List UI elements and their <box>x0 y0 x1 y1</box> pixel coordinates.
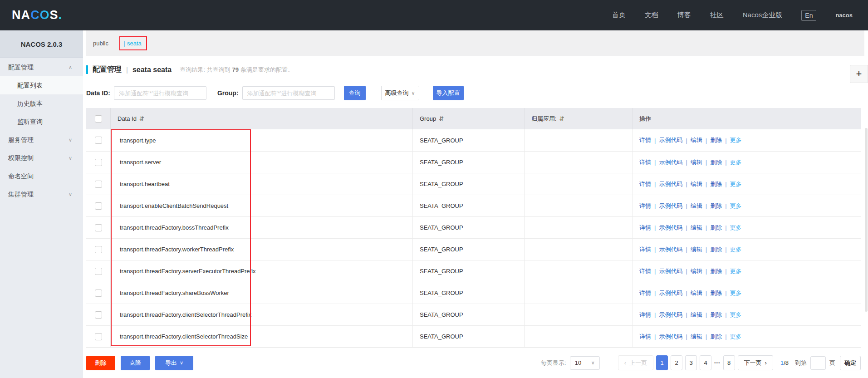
action-sample-code-link[interactable]: 示例代码 <box>659 202 682 210</box>
row-checkbox[interactable] <box>95 246 102 253</box>
action-sample-code-link[interactable]: 示例代码 <box>659 180 682 188</box>
data-id-input[interactable] <box>114 86 206 100</box>
sidebar-item-listener-query[interactable]: 监听查询 <box>0 113 83 131</box>
action-edit-link[interactable]: 编辑 <box>691 224 702 232</box>
action-sample-code-link[interactable]: 示例代码 <box>659 136 682 144</box>
action-sample-code-link[interactable]: 示例代码 <box>659 245 682 254</box>
goto-page-input[interactable] <box>810 356 826 370</box>
sidebar-item-config-list[interactable]: 配置列表 <box>0 76 83 94</box>
action-edit-link[interactable]: 编辑 <box>691 245 702 254</box>
action-delete-link[interactable]: 删除 <box>710 311 722 319</box>
sidebar-item-history[interactable]: 历史版本 <box>0 94 83 113</box>
action-details-link[interactable]: 详情 <box>639 289 651 297</box>
tab-namespace-seata[interactable]: | seata <box>124 40 142 47</box>
action-sample-code-link[interactable]: 示例代码 <box>659 267 682 275</box>
row-checkbox[interactable] <box>95 202 102 210</box>
action-details-link[interactable]: 详情 <box>639 311 651 319</box>
action-details-link[interactable]: 详情 <box>639 245 651 254</box>
action-delete-link[interactable]: 删除 <box>710 267 722 275</box>
action-delete-link[interactable]: 删除 <box>710 333 722 341</box>
sidebar-item-namespace[interactable]: 命名空间 <box>0 167 83 185</box>
sort-icon[interactable]: ⇵ <box>439 115 444 122</box>
action-delete-link[interactable]: 删除 <box>710 180 722 188</box>
action-edit-link[interactable]: 编辑 <box>691 202 702 210</box>
row-checkbox[interactable] <box>95 311 102 319</box>
sidebar-item-service-management[interactable]: 服务管理 ∨ <box>0 131 83 149</box>
action-more-link[interactable]: 更多 <box>730 202 742 210</box>
action-details-link[interactable]: 详情 <box>639 267 651 275</box>
import-config-button[interactable]: 导入配置 <box>433 86 464 100</box>
action-sample-code-link[interactable]: 示例代码 <box>659 333 682 341</box>
nav-item-community[interactable]: 社区 <box>710 11 724 20</box>
action-more-link[interactable]: 更多 <box>730 289 742 297</box>
action-details-link[interactable]: 详情 <box>639 136 651 144</box>
action-delete-link[interactable]: 删除 <box>710 202 722 210</box>
sort-icon[interactable]: ⇵ <box>139 115 144 122</box>
nav-item-home[interactable]: 首页 <box>612 11 626 20</box>
language-toggle[interactable]: En <box>801 10 816 21</box>
next-page-button[interactable]: 下一页› <box>738 355 773 370</box>
add-config-button[interactable]: + <box>850 65 868 83</box>
sort-icon[interactable]: ⇵ <box>559 115 564 122</box>
advanced-query-button[interactable]: 高级查询∨ <box>381 86 419 100</box>
page-size-select[interactable]: 10∨ <box>570 356 600 370</box>
scrollbar-thumb[interactable] <box>865 128 868 312</box>
action-edit-link[interactable]: 编辑 <box>691 333 702 341</box>
clone-button[interactable]: 克隆 <box>121 356 150 370</box>
tab-namespace-public[interactable]: public <box>93 40 108 47</box>
action-sample-code-link[interactable]: 示例代码 <box>659 311 682 319</box>
row-checkbox[interactable] <box>95 268 102 275</box>
select-all-checkbox[interactable] <box>95 115 102 123</box>
action-edit-link[interactable]: 编辑 <box>691 158 702 167</box>
action-more-link[interactable]: 更多 <box>730 136 742 144</box>
action-more-link[interactable]: 更多 <box>730 267 742 275</box>
action-edit-link[interactable]: 编辑 <box>691 267 702 275</box>
action-delete-link[interactable]: 删除 <box>710 136 722 144</box>
query-button[interactable]: 查询 <box>344 86 366 100</box>
sidebar-item-permission-control[interactable]: 权限控制 ∨ <box>0 149 83 167</box>
action-sample-code-link[interactable]: 示例代码 <box>659 158 682 167</box>
page-button-8[interactable]: 8 <box>723 355 735 370</box>
nav-item-docs[interactable]: 文档 <box>645 11 658 20</box>
row-checkbox[interactable] <box>95 137 102 144</box>
nav-item-blog[interactable]: 博客 <box>677 11 691 20</box>
row-checkbox[interactable] <box>95 224 102 231</box>
action-details-link[interactable]: 详情 <box>639 180 651 188</box>
page-button-1[interactable]: 1 <box>656 355 668 370</box>
row-checkbox[interactable] <box>95 181 102 188</box>
action-more-link[interactable]: 更多 <box>730 224 742 232</box>
action-delete-link[interactable]: 删除 <box>710 158 722 167</box>
page-button-2[interactable]: 2 <box>671 355 682 370</box>
page-button-4[interactable]: 4 <box>700 355 711 370</box>
row-checkbox[interactable] <box>95 333 102 340</box>
action-delete-link[interactable]: 删除 <box>710 289 722 297</box>
action-more-link[interactable]: 更多 <box>730 311 742 319</box>
goto-confirm-button[interactable]: 确定 <box>840 356 861 370</box>
group-input[interactable] <box>242 86 335 100</box>
action-more-link[interactable]: 更多 <box>730 333 742 341</box>
action-delete-link[interactable]: 删除 <box>710 245 722 254</box>
action-more-link[interactable]: 更多 <box>730 158 742 167</box>
action-details-link[interactable]: 详情 <box>639 158 651 167</box>
export-button[interactable]: 导出∨ <box>155 356 193 370</box>
row-checkbox[interactable] <box>95 159 102 166</box>
sidebar-item-cluster-management[interactable]: 集群管理 ∨ <box>0 185 83 203</box>
action-edit-link[interactable]: 编辑 <box>691 289 702 297</box>
batch-delete-button[interactable]: 删除 <box>86 356 115 370</box>
page-button-3[interactable]: 3 <box>685 355 697 370</box>
action-more-link[interactable]: 更多 <box>730 180 742 188</box>
action-edit-link[interactable]: 编辑 <box>691 136 702 144</box>
action-more-link[interactable]: 更多 <box>730 245 742 254</box>
action-sample-code-link[interactable]: 示例代码 <box>659 224 682 232</box>
nav-item-enterprise[interactable]: Nacos企业版 <box>743 11 783 20</box>
prev-page-button[interactable]: ‹上一页 <box>618 355 653 370</box>
action-details-link[interactable]: 详情 <box>639 224 651 232</box>
sidebar-item-config-management[interactable]: 配置管理 ∧ <box>0 58 83 76</box>
action-delete-link[interactable]: 删除 <box>710 224 722 232</box>
action-edit-link[interactable]: 编辑 <box>691 311 702 319</box>
action-details-link[interactable]: 详情 <box>639 202 651 210</box>
action-details-link[interactable]: 详情 <box>639 333 651 341</box>
current-user[interactable]: nacos <box>835 12 853 19</box>
action-edit-link[interactable]: 编辑 <box>691 180 702 188</box>
row-checkbox[interactable] <box>95 290 102 297</box>
